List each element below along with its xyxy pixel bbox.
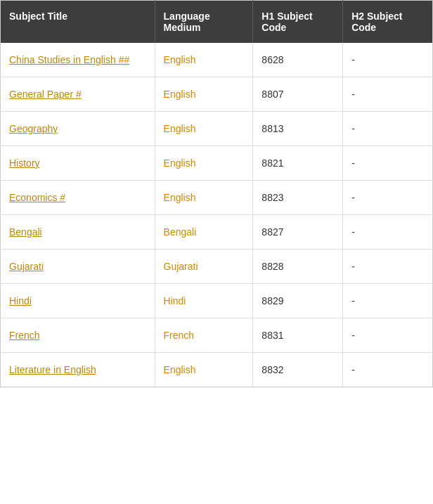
table-container: Subject Title Language Medium H1 Subject… xyxy=(0,0,433,387)
h2-code-value: - xyxy=(351,123,355,134)
h1-code-value: 8628 xyxy=(261,54,283,65)
table-row: Literature in EnglishEnglish8832- xyxy=(1,353,433,387)
language-cell: English xyxy=(155,146,253,181)
language-value: Gujarati xyxy=(164,261,198,272)
h2-code-value: - xyxy=(351,192,355,203)
h2-code-cell: - xyxy=(343,77,433,112)
table-row: HistoryEnglish8821- xyxy=(1,146,433,181)
h1-code-cell: 8832 xyxy=(253,353,343,387)
table-row: GujaratiGujarati8828- xyxy=(1,250,433,284)
h1-code-cell: 8628 xyxy=(253,43,343,77)
language-cell: Bengali xyxy=(155,215,253,250)
h2-code-cell: - xyxy=(343,250,433,284)
language-cell: Gujarati xyxy=(155,250,253,284)
h1-code-value: 8821 xyxy=(261,157,283,169)
subject-cell: Economics # xyxy=(1,181,155,215)
h1-code-value: 8828 xyxy=(261,261,283,272)
language-value: Hindi xyxy=(164,295,186,306)
language-cell: English xyxy=(155,353,253,387)
table-header-row: Subject Title Language Medium H1 Subject… xyxy=(1,1,433,44)
h1-code-cell: 8821 xyxy=(253,146,343,181)
subjects-table: Subject Title Language Medium H1 Subject… xyxy=(0,0,433,387)
language-cell: French xyxy=(155,318,253,353)
subject-cell: Hindi xyxy=(1,284,155,318)
subject-cell: General Paper # xyxy=(1,77,155,112)
language-cell: English xyxy=(155,43,253,77)
subject-cell: Bengali xyxy=(1,215,155,250)
language-value: English xyxy=(164,364,196,375)
h1-code-cell: 8813 xyxy=(253,112,343,146)
table-row: General Paper #English8807- xyxy=(1,77,433,112)
language-value: English xyxy=(164,123,196,134)
language-value: English xyxy=(164,54,196,65)
language-value: English xyxy=(164,192,196,203)
table-row: BengaliBengali8827- xyxy=(1,215,433,250)
h2-code-cell: - xyxy=(343,181,433,215)
h2-code-cell: - xyxy=(343,112,433,146)
header-language-medium: Language Medium xyxy=(155,1,253,44)
subject-link[interactable]: Geography xyxy=(9,123,58,134)
h1-code-value: 8832 xyxy=(261,364,283,375)
subject-cell: Literature in English xyxy=(1,353,155,387)
h1-code-value: 8813 xyxy=(261,123,283,134)
header-subject-title: Subject Title xyxy=(1,1,155,44)
h1-code-cell: 8827 xyxy=(253,215,343,250)
h1-code-value: 8807 xyxy=(261,89,283,100)
subject-cell: French xyxy=(1,318,155,353)
subject-link[interactable]: History xyxy=(9,157,40,169)
table-row: Economics #English8823- xyxy=(1,181,433,215)
h1-code-value: 8823 xyxy=(261,192,283,203)
h2-code-cell: - xyxy=(343,284,433,318)
h2-code-value: - xyxy=(351,295,355,306)
language-cell: Hindi xyxy=(155,284,253,318)
h1-code-value: 8829 xyxy=(261,295,283,306)
h1-code-value: 8827 xyxy=(261,226,283,238)
header-h1-code: H1 Subject Code xyxy=(253,1,343,44)
h1-code-cell: 8831 xyxy=(253,318,343,353)
header-h2-code: H2 Subject Code xyxy=(343,1,433,44)
subject-cell: China Studies in English ## xyxy=(1,43,155,77)
h2-code-value: - xyxy=(351,330,355,341)
subject-link[interactable]: French xyxy=(9,330,40,341)
h1-code-cell: 8807 xyxy=(253,77,343,112)
h2-code-cell: - xyxy=(343,318,433,353)
subject-link[interactable]: Gujarati xyxy=(9,261,44,272)
h2-code-cell: - xyxy=(343,215,433,250)
language-cell: English xyxy=(155,181,253,215)
subject-link[interactable]: Literature in English xyxy=(9,364,96,375)
h2-code-value: - xyxy=(351,157,355,169)
h2-code-cell: - xyxy=(343,353,433,387)
subject-link[interactable]: China Studies in English ## xyxy=(9,54,129,65)
table-row: China Studies in English ##English8628- xyxy=(1,43,433,77)
h2-code-value: - xyxy=(351,364,355,375)
h1-code-value: 8831 xyxy=(261,330,283,341)
h2-code-cell: - xyxy=(343,146,433,181)
subject-link[interactable]: Bengali xyxy=(9,226,42,238)
h2-code-value: - xyxy=(351,226,355,238)
subject-link[interactable]: Hindi xyxy=(9,295,32,306)
subject-link[interactable]: General Paper # xyxy=(9,89,82,100)
h2-code-value: - xyxy=(351,89,355,100)
subject-cell: Geography xyxy=(1,112,155,146)
subject-link[interactable]: Economics # xyxy=(9,192,65,203)
subject-cell: History xyxy=(1,146,155,181)
table-row: FrenchFrench8831- xyxy=(1,318,433,353)
language-value: English xyxy=(164,89,196,100)
h2-code-cell: - xyxy=(343,43,433,77)
language-value: English xyxy=(164,157,196,169)
h1-code-cell: 8828 xyxy=(253,250,343,284)
h1-code-cell: 8823 xyxy=(253,181,343,215)
language-value: Bengali xyxy=(164,226,197,238)
h2-code-value: - xyxy=(351,54,355,65)
language-cell: English xyxy=(155,112,253,146)
table-row: GeographyEnglish8813- xyxy=(1,112,433,146)
language-value: French xyxy=(164,330,195,341)
subject-cell: Gujarati xyxy=(1,250,155,284)
table-row: HindiHindi8829- xyxy=(1,284,433,318)
language-cell: English xyxy=(155,77,253,112)
h2-code-value: - xyxy=(351,261,355,272)
h1-code-cell: 8829 xyxy=(253,284,343,318)
